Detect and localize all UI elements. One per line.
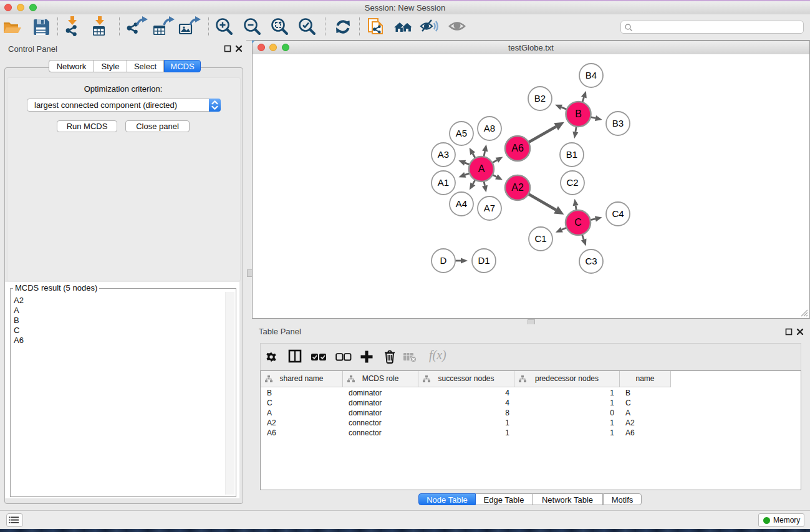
- svg-text:B3: B3: [612, 118, 624, 128]
- svg-text:A3: A3: [438, 149, 449, 160]
- svg-text:B: B: [575, 109, 582, 119]
- svg-text:A: A: [478, 163, 485, 174]
- svg-text:C2: C2: [566, 177, 578, 188]
- svg-text:C4: C4: [612, 208, 624, 219]
- svg-text:B2: B2: [534, 93, 546, 104]
- svg-text:B4: B4: [586, 70, 597, 80]
- svg-text:C3: C3: [585, 256, 597, 266]
- svg-text:A4: A4: [456, 198, 467, 209]
- svg-text:D: D: [440, 255, 447, 266]
- svg-text:A2: A2: [511, 182, 524, 193]
- svg-text:D1: D1: [478, 255, 489, 266]
- svg-text:B1: B1: [566, 149, 577, 160]
- svg-text:A6: A6: [511, 143, 524, 153]
- svg-text:C1: C1: [534, 233, 546, 244]
- svg-text:A7: A7: [484, 203, 495, 213]
- svg-text:A1: A1: [438, 177, 449, 188]
- svg-text:A8: A8: [484, 123, 495, 133]
- svg-text:C: C: [574, 217, 582, 228]
- svg-text:A5: A5: [456, 128, 467, 138]
